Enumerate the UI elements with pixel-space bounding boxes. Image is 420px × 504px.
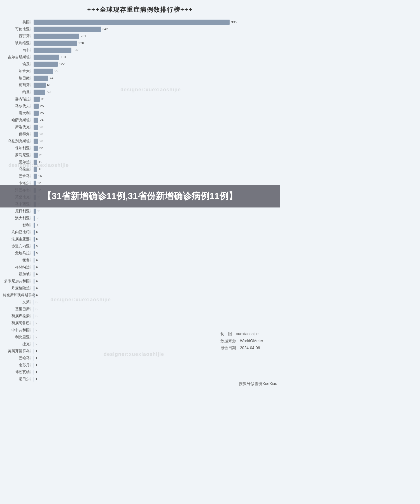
bar-label: 保加利亚┤ [3, 146, 32, 151]
bar-label: 利比里亚┤ [3, 335, 32, 340]
bar-row: 斯洛伐克┤23 [34, 124, 260, 130]
bar-fill [34, 230, 35, 235]
bar-track: 7 [34, 223, 260, 228]
bar-track: 6 [34, 237, 260, 242]
bar-row: 委内瑞拉┤31 [34, 96, 260, 102]
bar-value: 3 [36, 307, 38, 311]
bar-row: 意大利┤25 [34, 110, 260, 116]
bar-label: 荷属库拉索┤ [3, 314, 32, 319]
bar-label: 新加坡┤ [3, 272, 32, 277]
bar-row: 新加坡┤4 [34, 271, 260, 277]
bar-label: 意大利┤ [3, 111, 32, 116]
bar-label: 西班牙┤ [3, 34, 32, 39]
bar-value: 4 [36, 286, 38, 290]
bar-value: 6 [36, 230, 38, 234]
bar-track: 3 [34, 307, 260, 312]
bar-track: 74 [34, 76, 260, 81]
bar-label: 哥伦比亚┤ [3, 27, 32, 32]
bar-value: 99 [55, 69, 58, 73]
bar-value: 192 [73, 48, 78, 52]
bar-fill [34, 265, 34, 270]
bar-track: 61 [34, 83, 260, 88]
bar-row: 黎巴嫩┤74 [34, 75, 260, 81]
bar-fill [34, 118, 38, 123]
bar-track: 231 [34, 34, 260, 39]
bar-track: 59 [34, 90, 260, 95]
bar-track: 131 [34, 55, 260, 60]
bar-fill [34, 300, 34, 305]
bar-row: 南非┤192 [34, 47, 260, 53]
bar-fill [34, 223, 35, 228]
bar-value: 23 [39, 125, 43, 129]
bar-row: 尼日尔┤1 [34, 376, 260, 382]
bar-value: 3 [36, 314, 38, 318]
bar-value: 4 [36, 258, 38, 262]
bar-value: 2 [36, 321, 38, 325]
bar-value: 23 [39, 132, 43, 136]
bar-track: 122 [34, 62, 260, 67]
sohu-badge: 搜狐号@雪鸮XueXiao [239, 381, 277, 386]
bar-value: 2 [36, 335, 38, 339]
bar-label: 尼日尔┤ [3, 377, 32, 382]
bar-row: 吉尔吉斯斯坦┤131 [34, 54, 260, 60]
bar-fill [34, 286, 34, 291]
bar-row: 文莱┤3 [34, 299, 260, 305]
bar-track: 3 [34, 300, 260, 305]
bar-row: 约旦┤59 [34, 89, 260, 95]
bar-label: 罗马尼亚┤ [3, 153, 32, 158]
chart-title: +++全球现存重症病例数排行榜+++ [3, 6, 277, 14]
bar-label: 埃及┤ [3, 62, 32, 67]
bar-label: 斯洛伐克┤ [3, 125, 32, 130]
bar-label: 基里巴斯┤ [3, 307, 32, 312]
bar-label: 约旦┤ [3, 90, 32, 95]
bar-track: 342 [34, 27, 260, 32]
bar-row: 爱尔兰┤19 [34, 159, 260, 165]
bar-fill [34, 20, 230, 25]
bar-row: 秘鲁┤4 [34, 257, 260, 263]
bar-label: 博茨瓦纳┤ [3, 370, 32, 375]
bar-label: 佛得角┤ [3, 132, 32, 137]
bar-track: 25 [34, 104, 260, 109]
bar-fill [34, 279, 34, 284]
bar-value: 2 [36, 328, 38, 332]
bar-fill [34, 377, 34, 382]
bar-value: 995 [231, 20, 237, 24]
bar-fill [34, 321, 34, 326]
bar-label: 捷克┤ [3, 342, 32, 347]
bar-track: 23 [34, 132, 260, 137]
bar-row: 保加利亚┤22 [34, 145, 260, 151]
bar-fill [34, 335, 34, 340]
bar-value: 59 [47, 90, 50, 94]
bar-label: 乌兹别克斯坦┤ [3, 139, 32, 144]
bar-row: 基里巴斯┤3 [34, 306, 260, 312]
bar-row: 哈萨克斯坦┤24 [34, 117, 260, 123]
bar-label: 吉尔吉斯斯坦┤ [3, 55, 32, 60]
bar-value: 7 [36, 223, 38, 227]
bar-value: 1 [36, 349, 38, 353]
bar-value: 31 [41, 97, 45, 101]
bar-label: 南苏丹┤ [3, 363, 32, 368]
bar-fill [34, 244, 35, 249]
bar-track: 11 [34, 209, 260, 214]
bar-value: 16 [38, 174, 42, 178]
bar-value: 1 [36, 370, 38, 374]
bar-row: 佛得角┤23 [34, 131, 260, 137]
bar-value: 6 [36, 237, 38, 241]
overlay-banner: 【31省新增确诊11例,31省份新增确诊病例11例】 [0, 185, 280, 207]
bar-value: 122 [59, 62, 65, 66]
bar-value: 18 [39, 167, 42, 171]
bar-label: 几内亚比绍┤ [3, 230, 32, 235]
chart-container: designer:xuexiaoshijie designer:xuexiaos… [0, 0, 280, 389]
bar-track: 23 [34, 139, 260, 144]
bar-row: 丹麦格陵兰┤4 [34, 285, 260, 291]
bar-row: 玻利维亚┤220 [34, 40, 260, 46]
bar-fill [34, 209, 36, 214]
bar-value: 25 [40, 111, 44, 115]
bar-track: 16 [34, 174, 260, 179]
bar-value: 4 [36, 265, 38, 269]
bar-fill [34, 167, 37, 172]
bar-label: 中非共和国┤ [3, 328, 32, 333]
credit-date: 报告日期：2024-04-06 [220, 344, 263, 351]
bar-row: 赤道几内亚┤5 [34, 243, 260, 249]
bar-fill [34, 370, 34, 375]
